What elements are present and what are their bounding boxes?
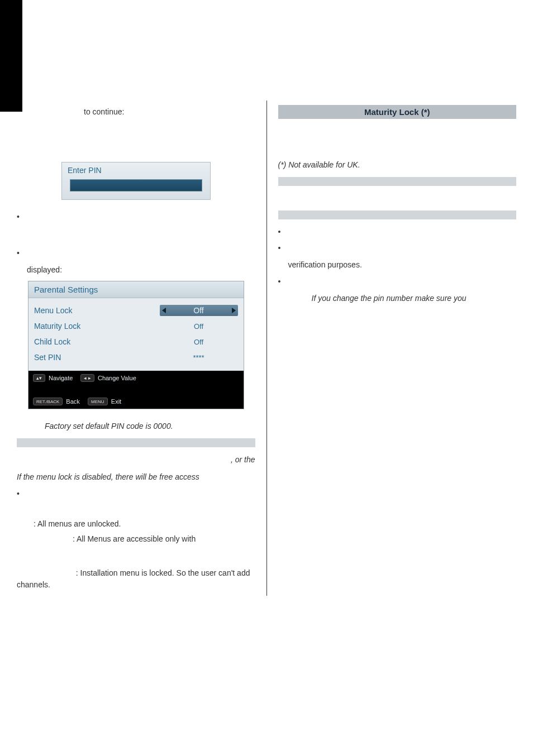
all-accessible-text: : All Menus are accessible only with (73, 533, 255, 545)
bullet-item (278, 276, 517, 287)
setting-value: Off (160, 322, 238, 331)
bullet-item (17, 247, 255, 259)
displayed-label: displayed: (27, 264, 255, 275)
return-key-icon: RET./BACK (33, 398, 63, 405)
bullet-item (17, 488, 255, 499)
setting-row-menu-lock[interactable]: Menu Lock Off (34, 303, 238, 318)
setting-label: Menu Lock (34, 306, 160, 315)
setting-label: Child Lock (34, 337, 160, 346)
setting-row-child-lock[interactable]: Child Lock Off (34, 334, 238, 350)
updown-key-icon: ▴▾ (33, 374, 45, 382)
footer-back: Back (66, 398, 79, 405)
enter-pin-title: Enter PIN (68, 166, 204, 175)
setting-row-set-pin[interactable]: Set PIN **** (34, 350, 238, 365)
column-divider (266, 101, 267, 596)
parental-settings-title: Parental Settings (28, 281, 244, 298)
subheader-bar (278, 177, 517, 186)
footer-exit: Exit (111, 398, 121, 405)
parental-footer: ▴▾ Navigate ◂ ▸ Change Value RET./BACK B… (28, 371, 244, 409)
menu-key-icon: MENU (88, 398, 108, 405)
menu-lock-free-text: If the menu lock is disabled, there will… (17, 471, 255, 482)
not-available-uk: (*) Not available for UK. (278, 159, 517, 170)
note-default-pin: Factory set default PIN code is 0000. (45, 420, 255, 432)
setting-row-maturity-lock[interactable]: Maturity Lock Off (34, 318, 238, 334)
orthe-text: , or the (17, 454, 255, 465)
bullet-item (278, 242, 517, 253)
bullet-item (17, 211, 255, 222)
install-locked-text: Installation Menu: Installation menu is … (17, 567, 255, 590)
leftright-key-icon: ◂ ▸ (80, 374, 94, 382)
subheader-bar (17, 438, 255, 447)
pin-input-field[interactable] (70, 179, 202, 192)
bullet-item (278, 226, 517, 237)
subheader-bar (278, 210, 517, 219)
page-side-tab (0, 0, 22, 112)
arrow-left-icon[interactable] (162, 308, 166, 313)
footer-change: Change Value (98, 375, 136, 381)
parental-settings-dialog: Parental Settings Menu Lock Off Maturity… (28, 281, 244, 409)
setting-value-selected[interactable]: Off (160, 305, 238, 316)
maturity-lock-header: Maturity Lock (*) (278, 105, 517, 119)
setting-value: **** (160, 353, 238, 362)
page-content: to continue: Enter PIN displayed: Parent… (0, 0, 533, 618)
verification-text: verification purposes. (288, 259, 517, 270)
footer-navigate: Navigate (49, 375, 73, 381)
setting-value: Off (160, 338, 238, 346)
setting-value: Off (193, 306, 203, 315)
setting-label: Maturity Lock (34, 322, 160, 331)
left-column: to continue: Enter PIN displayed: Parent… (17, 101, 255, 596)
right-column: Maturity Lock (*) (*) Not available for … (278, 101, 517, 596)
all-unlocked-text: : All menus are unlocked. (34, 518, 255, 530)
intro-tail: to continue: (84, 106, 255, 117)
setting-label: Set PIN (34, 353, 160, 362)
enter-pin-dialog: Enter PIN (61, 162, 211, 200)
pin-warning-text: If you change the pin number make sure y… (312, 293, 517, 304)
parental-settings-rows: Menu Lock Off Maturity Lock Off Child Lo (28, 298, 244, 371)
arrow-right-icon[interactable] (232, 308, 236, 313)
